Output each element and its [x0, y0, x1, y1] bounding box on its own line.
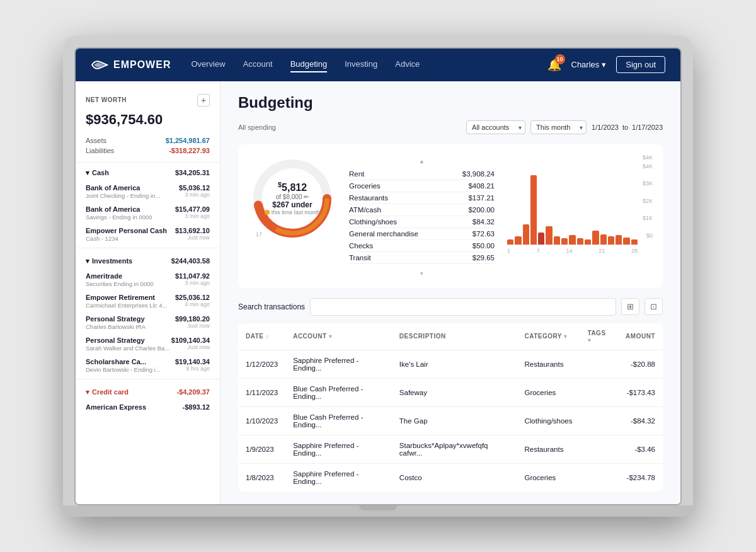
liabilities-label: Liabilities: [86, 147, 114, 154]
liabilities-value: -$318,227.93: [169, 147, 210, 154]
bar-chart-bar: [530, 175, 537, 244]
list-item[interactable]: Personal Strategy Charles Bartowski IRA …: [76, 312, 220, 333]
nav-budgeting[interactable]: Budgeting: [290, 57, 328, 72]
logo: EMPOWER: [91, 59, 171, 71]
cell-date: 1/10/2023: [238, 406, 285, 435]
category-groceries: Groceries $408.21: [349, 180, 495, 192]
donut-of: of $8,000 ✏: [265, 193, 321, 200]
table-row[interactable]: 1/10/2023 Blue Cash Preferred - Ending..…: [238, 406, 663, 435]
col-tags[interactable]: TAGS ▾: [580, 323, 619, 350]
col-category[interactable]: CATEGORY ▾: [517, 323, 580, 350]
cell-tags: [580, 463, 619, 492]
category-merchandise: General merchandise $72.63: [349, 228, 495, 240]
bell-icon[interactable]: 🔔 10: [547, 58, 561, 72]
page-title: Budgeting: [238, 94, 663, 112]
expand-categories-icon[interactable]: ▲: [419, 158, 425, 164]
cell-amount: -$20.88: [618, 350, 663, 378]
category-checks: Checks $50.00: [349, 240, 495, 252]
logo-text: EMPOWER: [113, 59, 171, 71]
table-row[interactable]: 1/8/2023 Sapphire Preferred - Ending... …: [238, 463, 663, 492]
cell-category: Groceries: [517, 378, 580, 406]
category-atm: ATM/cash $200.00: [349, 204, 495, 216]
bar-chart-bar: [515, 236, 521, 244]
sign-out-button[interactable]: Sign out: [616, 56, 665, 73]
list-item[interactable]: Bank of America Joint Checking - Ending …: [76, 181, 220, 202]
investments-section-value: $244,403.58: [171, 257, 210, 265]
cash-section-value: $34,205.31: [175, 169, 210, 176]
cell-account: Sapphire Preferred - Ending...: [285, 463, 392, 492]
navbar: EMPOWER Overview Account Budgeting Inves…: [76, 49, 680, 81]
bar-chart-bar: [554, 236, 560, 244]
credit-card-section-header[interactable]: ▾ Credit card -$4,209.37: [76, 382, 220, 400]
edit-budget-icon[interactable]: ✏: [304, 193, 309, 200]
credit-card-section-value: -$4,209.37: [176, 388, 210, 396]
assets-value: $1,254,981.67: [166, 137, 210, 144]
user-menu[interactable]: Charles ▾: [571, 60, 607, 69]
bar-chart-bar: [569, 235, 575, 244]
cell-description: Starbucks*Aplpay*xvwefqfq cafwr...: [392, 435, 517, 463]
bar-chart-bar: [523, 224, 529, 244]
nav-account[interactable]: Account: [243, 57, 273, 72]
cell-date: 1/11/2023: [238, 378, 285, 406]
download-button[interactable]: ⊡: [644, 298, 663, 315]
list-item[interactable]: American Express -$893.12: [76, 400, 220, 415]
table-row[interactable]: 1/12/2023 Sapphire Preferred - Ending...…: [238, 350, 663, 378]
export-button[interactable]: ⊞: [621, 298, 639, 315]
category-restaurants: Restaurants $137.21: [349, 192, 495, 204]
nav-links: Overview Account Budgeting Investing Adv…: [191, 57, 527, 72]
search-input[interactable]: [310, 298, 616, 316]
investments-section-header[interactable]: ▾ Investments $244,403.58: [76, 251, 220, 269]
cell-tags: [580, 350, 619, 378]
spending-categories: ▲ Rent $3,908.24 Groceries $408.21 Resta…: [349, 154, 495, 278]
date-from: 1/1/2023: [592, 124, 619, 131]
cash-section-title: Cash: [92, 169, 109, 176]
list-item[interactable]: Scholarshare Ca... Devin Bartowski - End…: [76, 355, 220, 376]
search-label: Search transactions: [238, 302, 305, 311]
nav-right: 🔔 10 Charles ▾ Sign out: [547, 56, 666, 73]
period-filter[interactable]: This month: [530, 120, 587, 134]
list-item[interactable]: Empower Retirement Carmichael Enterprise…: [76, 290, 220, 312]
cell-category: Restaurants: [517, 435, 580, 463]
cell-category: Clothing/shoes: [517, 406, 580, 435]
cell-category: Restaurants: [517, 350, 580, 378]
donut-last-month: this time last month: [265, 209, 321, 216]
filter-bar: All spending All accounts This month: [238, 120, 663, 134]
col-account[interactable]: ACCOUNT ▾: [285, 323, 392, 350]
cell-tags: [580, 378, 619, 406]
nav-investing[interactable]: Investing: [345, 57, 377, 72]
bar-chart-bar: [561, 238, 568, 244]
table-row[interactable]: 1/11/2023 Blue Cash Preferred - Ending..…: [238, 378, 663, 406]
list-item[interactable]: Bank of America Savings - Ending in 0000…: [76, 202, 220, 224]
net-worth-value: $936,754.60: [76, 109, 220, 133]
accounts-filter[interactable]: All accounts: [466, 120, 525, 134]
bar-chart-bar: [600, 234, 607, 244]
category-transit: Transit $29.65: [349, 252, 495, 264]
chart-section: $5,812 of $8,000 ✏ $267 under this time …: [238, 144, 663, 288]
assets-label: Assets: [86, 137, 106, 144]
main-content: Budgeting All spending All accounts This…: [220, 81, 680, 504]
bar-chart-bar: [546, 226, 552, 244]
list-item[interactable]: Ameritrade Securities Ending in 0000 $11…: [76, 269, 220, 290]
cash-section-header[interactable]: ▾ Cash $34,205.31: [76, 163, 220, 181]
cell-date: 1/8/2023: [238, 463, 285, 492]
cell-account: Sapphire Preferred - Ending...: [285, 435, 392, 463]
list-item[interactable]: Personal Strategy Sarah Walker and Charl…: [76, 333, 220, 355]
donut-amount: $5,812: [265, 181, 321, 193]
cell-amount: -$3.46: [618, 435, 663, 463]
collapse-categories-icon[interactable]: ▾: [420, 270, 423, 277]
col-amount: AMOUNT: [618, 323, 663, 350]
list-item[interactable]: Empower Personal Cash Cash - 1234 $13,69…: [76, 224, 220, 245]
nav-advice[interactable]: Advice: [395, 57, 420, 72]
add-account-button[interactable]: +: [197, 94, 210, 106]
bar-chart-bar: [623, 238, 629, 244]
cell-description: Costco: [392, 463, 517, 492]
cell-description: Ike's Lair: [392, 350, 517, 378]
nav-overview[interactable]: Overview: [191, 57, 225, 72]
bar-chart-bar: [631, 239, 638, 244]
cell-category: Groceries: [517, 463, 580, 492]
table-row[interactable]: 1/9/2023 Sapphire Preferred - Ending... …: [238, 435, 663, 463]
bar-chart-bar: [577, 238, 583, 244]
transactions-table: DATE ↕ ACCOUNT ▾ DESCRIPTION CATEGORY ▾ …: [238, 323, 663, 492]
col-date[interactable]: DATE ↕: [238, 323, 285, 350]
notification-badge: 10: [555, 54, 565, 64]
